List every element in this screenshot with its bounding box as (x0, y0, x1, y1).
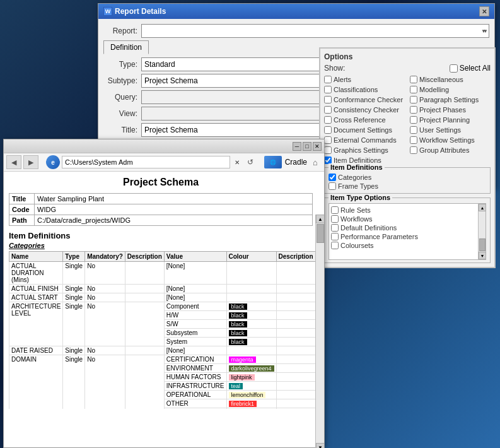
usersettings-checkbox[interactable] (410, 126, 417, 134)
paragraph-checkbox[interactable] (410, 96, 417, 103)
dialog-close-button[interactable]: ✕ (479, 6, 489, 16)
option-workflows: Workflows (331, 215, 484, 223)
option-modelling: Modelling (410, 85, 491, 94)
rulesets-checkbox[interactable] (331, 206, 339, 214)
section-heading: Item Definitions (9, 231, 313, 240)
categories-checkbox[interactable] (328, 174, 336, 181)
graphics-checkbox[interactable] (324, 146, 332, 154)
report-label: Report: (103, 27, 141, 35)
refresh-button[interactable]: ↺ (244, 156, 257, 168)
alerts-checkbox[interactable] (324, 76, 332, 83)
type-label: Type: (103, 60, 141, 69)
phases-label: Project Phases (419, 106, 466, 114)
workflows-checkbox[interactable] (331, 215, 339, 223)
usersettings-label: User Settings (419, 126, 461, 134)
item-type-scrollbar: ▲ ▼ (478, 204, 485, 259)
item-type-options-section: Item Type Options Rule Sets Workflows De… (324, 197, 491, 263)
docsettings-checkbox[interactable] (324, 126, 332, 134)
dialog-title: Report Details (115, 7, 166, 16)
browser-minimize-button[interactable]: ─ (293, 142, 301, 151)
option-frametypes: Frame Types (328, 182, 486, 191)
back-button[interactable]: ◀ (6, 155, 21, 169)
option-classifications: Classifications (324, 85, 405, 94)
scroll-up-button[interactable]: ▲ (316, 215, 324, 223)
item-type-section-title: Item Type Options (328, 194, 392, 201)
table-row: ARCHITECTURE LEVEL Single No Component b… (9, 302, 325, 311)
report-dropdown[interactable]: ▼ (141, 24, 489, 38)
table-row: ACTUAL FINISH Single No [None] (9, 285, 325, 293)
home-button[interactable]: ⌂ (309, 156, 322, 168)
type-value: Standard (144, 60, 175, 69)
consistency-checkbox[interactable] (324, 106, 332, 114)
misc-checkbox[interactable] (410, 76, 417, 83)
classifications-checkbox[interactable] (324, 86, 332, 93)
option-phases: Project Phases (410, 105, 491, 114)
groupattr-label: Group Attributes (419, 146, 470, 154)
report-select-wrapper: ▼ (141, 24, 489, 38)
browser-close-btn[interactable]: ✕ (313, 142, 322, 151)
browser-maximize-button[interactable]: □ (303, 142, 311, 151)
crossref-checkbox[interactable] (324, 116, 332, 124)
scroll-down-btn[interactable]: ▼ (479, 252, 486, 259)
workflow-checkbox[interactable] (410, 136, 417, 144)
workflows-label: Workflows (340, 215, 373, 223)
phases-checkbox[interactable] (410, 106, 417, 114)
col-desc2: Description (276, 252, 315, 262)
perfparams-label: Performance Parameters (340, 233, 418, 240)
option-defaultdefs: Default Definitions (331, 223, 484, 232)
option-consistency: Consistency Checker (324, 105, 405, 114)
crossref-label: Cross Reference (334, 116, 386, 124)
scroll-down-button[interactable]: ▼ (316, 443, 324, 448)
info-row-code: Code WIDG (9, 204, 313, 215)
browser-titlebar: ─ □ ✕ (4, 139, 324, 153)
subtype-value: Project Schema (144, 76, 198, 85)
item-type-options-list: Rule Sets Workflows Default Definitions … (328, 203, 486, 260)
defaultdefs-checkbox[interactable] (331, 224, 339, 232)
report-row: Report: ▼ (103, 24, 489, 38)
table-header-row: Name Type Mandatory? Description Value C… (9, 252, 325, 262)
option-graphics: Graphics Settings (324, 146, 405, 155)
address-bar[interactable] (62, 156, 230, 168)
option-crossref: Cross Reference (324, 115, 405, 124)
definition-tab[interactable]: Definition (103, 40, 149, 54)
graphics-label: Graphics Settings (334, 146, 388, 154)
options-grid: Alerts Miscellaneous Classifications Mod… (324, 75, 491, 165)
groupattr-checkbox[interactable] (410, 146, 417, 154)
select-all-option: Select All (450, 64, 491, 73)
browser-content: Project Schema Title Water Sampling Plan… (4, 172, 324, 409)
planning-label: Project Planning (419, 116, 470, 124)
table-row: ACTUAL DURATION (Mins) Single No [None] (9, 262, 325, 285)
extcmds-checkbox[interactable] (324, 136, 332, 144)
planning-checkbox[interactable] (410, 116, 417, 124)
col-mandatory: Mandatory? (85, 252, 125, 262)
conformance-label: Conformance Checker (334, 96, 403, 103)
scroll-up-btn[interactable]: ▲ (479, 204, 486, 211)
modelling-checkbox[interactable] (410, 86, 417, 93)
view-label: View: (103, 109, 141, 118)
extcmds-label: External Commands (334, 136, 397, 144)
col-colour: Colour (226, 252, 276, 262)
perfparams-checkbox[interactable] (331, 233, 339, 240)
scroll-track (316, 223, 324, 443)
sub-heading: Categories (9, 242, 313, 249)
option-coloursets: Coloursets (331, 241, 484, 250)
col-name: Name (9, 252, 63, 262)
option-perfparams: Performance Parameters (331, 232, 484, 241)
conformance-checkbox[interactable] (324, 96, 332, 103)
categories-label: Categories (338, 174, 371, 181)
coloursets-checkbox[interactable] (331, 242, 339, 249)
browser-page-title: Project Schema (9, 177, 313, 188)
options-panel: Options Show: Select All Alerts Miscella… (319, 47, 496, 268)
table-row: ACTUAL START Single No [None] (9, 293, 325, 302)
options-title: Options (324, 52, 491, 61)
browser-content-area: Project Schema Title Water Sampling Plan… (4, 172, 324, 448)
option-usersettings: User Settings (410, 126, 491, 134)
scroll-thumb[interactable] (317, 224, 324, 243)
paragraph-label: Paragraph Settings (419, 96, 479, 103)
option-categories: Categories (328, 173, 486, 182)
address-clear-button[interactable]: ✕ (232, 156, 242, 168)
forward-button[interactable]: ▶ (23, 155, 38, 169)
frametypes-checkbox[interactable] (328, 182, 336, 190)
select-all-checkbox[interactable] (450, 64, 458, 73)
option-workflow: Workflow Settings (410, 136, 491, 144)
